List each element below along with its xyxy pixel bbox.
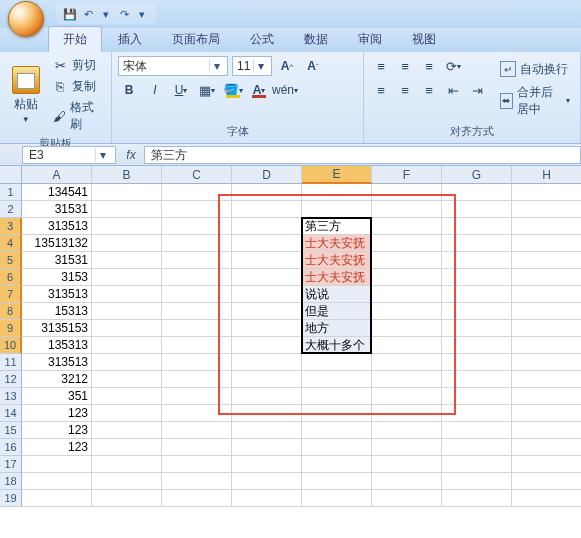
row-header-5[interactable]: 5 bbox=[0, 252, 22, 269]
cell-C16[interactable] bbox=[162, 439, 232, 456]
row-header-12[interactable]: 12 bbox=[0, 371, 22, 388]
cell-F13[interactable] bbox=[372, 388, 442, 405]
cell-C14[interactable] bbox=[162, 405, 232, 422]
cell-A19[interactable] bbox=[22, 490, 92, 507]
cell-B14[interactable] bbox=[92, 405, 162, 422]
wrap-text-button[interactable]: ↵自动换行 bbox=[496, 59, 574, 80]
cell-C15[interactable] bbox=[162, 422, 232, 439]
cell-F11[interactable] bbox=[372, 354, 442, 371]
row-header-17[interactable]: 17 bbox=[0, 456, 22, 473]
cell-F12[interactable] bbox=[372, 371, 442, 388]
cell-G8[interactable] bbox=[442, 303, 512, 320]
orientation-button[interactable]: ⟳▾ bbox=[442, 56, 464, 76]
cell-B8[interactable] bbox=[92, 303, 162, 320]
cell-G17[interactable] bbox=[442, 456, 512, 473]
cell-A14[interactable]: 123 bbox=[22, 405, 92, 422]
cell-E5[interactable]: 士大夫安抚 bbox=[302, 252, 372, 269]
cell-G6[interactable] bbox=[442, 269, 512, 286]
col-header-B[interactable]: B bbox=[92, 166, 162, 184]
cell-B11[interactable] bbox=[92, 354, 162, 371]
cell-B10[interactable] bbox=[92, 337, 162, 354]
cell-B19[interactable] bbox=[92, 490, 162, 507]
phonetic-button[interactable]: wén▾ bbox=[274, 80, 296, 100]
cell-F9[interactable] bbox=[372, 320, 442, 337]
row-header-18[interactable]: 18 bbox=[0, 473, 22, 490]
cell-A9[interactable]: 3135153 bbox=[22, 320, 92, 337]
cell-F1[interactable] bbox=[372, 184, 442, 201]
cell-D13[interactable] bbox=[232, 388, 302, 405]
merge-center-button[interactable]: ⬌合并后居中▾ bbox=[496, 82, 574, 120]
cell-H15[interactable] bbox=[512, 422, 581, 439]
cell-E15[interactable] bbox=[302, 422, 372, 439]
tab-data[interactable]: 数据 bbox=[290, 27, 342, 52]
cell-G3[interactable] bbox=[442, 218, 512, 235]
save-icon[interactable]: 💾 bbox=[62, 6, 78, 22]
cell-F3[interactable] bbox=[372, 218, 442, 235]
font-size-combo[interactable]: 11▾ bbox=[232, 56, 272, 76]
undo-more-icon[interactable]: ▾ bbox=[98, 6, 114, 22]
cell-C10[interactable] bbox=[162, 337, 232, 354]
cell-E13[interactable] bbox=[302, 388, 372, 405]
cell-F19[interactable] bbox=[372, 490, 442, 507]
shrink-font-button[interactable]: Aˇ bbox=[302, 56, 324, 76]
cell-D4[interactable] bbox=[232, 235, 302, 252]
cell-C8[interactable] bbox=[162, 303, 232, 320]
cell-H4[interactable] bbox=[512, 235, 581, 252]
row-header-4[interactable]: 4 bbox=[0, 235, 22, 252]
cell-A18[interactable] bbox=[22, 473, 92, 490]
cell-A11[interactable]: 313513 bbox=[22, 354, 92, 371]
col-header-H[interactable]: H bbox=[512, 166, 581, 184]
row-header-6[interactable]: 6 bbox=[0, 269, 22, 286]
formula-input[interactable]: 第三方 bbox=[144, 146, 581, 164]
cell-G7[interactable] bbox=[442, 286, 512, 303]
cell-D1[interactable] bbox=[232, 184, 302, 201]
cell-H19[interactable] bbox=[512, 490, 581, 507]
cell-B17[interactable] bbox=[92, 456, 162, 473]
font-name-combo[interactable]: 宋体▾ bbox=[118, 56, 228, 76]
col-header-E[interactable]: E bbox=[302, 166, 372, 184]
cell-D15[interactable] bbox=[232, 422, 302, 439]
col-header-G[interactable]: G bbox=[442, 166, 512, 184]
cell-A7[interactable]: 313513 bbox=[22, 286, 92, 303]
col-header-D[interactable]: D bbox=[232, 166, 302, 184]
cell-E2[interactable] bbox=[302, 201, 372, 218]
cell-G10[interactable] bbox=[442, 337, 512, 354]
cell-B16[interactable] bbox=[92, 439, 162, 456]
row-header-2[interactable]: 2 bbox=[0, 201, 22, 218]
cell-G5[interactable] bbox=[442, 252, 512, 269]
cell-D7[interactable] bbox=[232, 286, 302, 303]
cell-G19[interactable] bbox=[442, 490, 512, 507]
cell-C11[interactable] bbox=[162, 354, 232, 371]
cell-E8[interactable]: 但是 bbox=[302, 303, 372, 320]
select-all-corner[interactable] bbox=[0, 166, 22, 184]
cell-D3[interactable] bbox=[232, 218, 302, 235]
row-header-14[interactable]: 14 bbox=[0, 405, 22, 422]
cell-A6[interactable]: 3153 bbox=[22, 269, 92, 286]
cell-H6[interactable] bbox=[512, 269, 581, 286]
cell-G15[interactable] bbox=[442, 422, 512, 439]
cell-D10[interactable] bbox=[232, 337, 302, 354]
cell-D18[interactable] bbox=[232, 473, 302, 490]
cell-H1[interactable] bbox=[512, 184, 581, 201]
cell-E12[interactable] bbox=[302, 371, 372, 388]
cell-grid[interactable]: 13454131531313513第三方13513132士大夫安抚31531士大… bbox=[22, 184, 581, 507]
cell-F4[interactable] bbox=[372, 235, 442, 252]
font-color-button[interactable]: A▾ bbox=[248, 80, 270, 100]
paste-button[interactable]: 粘贴 ▼ bbox=[6, 56, 45, 134]
cell-A5[interactable]: 31531 bbox=[22, 252, 92, 269]
cell-B18[interactable] bbox=[92, 473, 162, 490]
cell-A8[interactable]: 15313 bbox=[22, 303, 92, 320]
cell-H9[interactable] bbox=[512, 320, 581, 337]
cell-C13[interactable] bbox=[162, 388, 232, 405]
cell-E4[interactable]: 士大夫安抚 bbox=[302, 235, 372, 252]
italic-button[interactable]: I bbox=[144, 80, 166, 100]
cell-H17[interactable] bbox=[512, 456, 581, 473]
cell-D5[interactable] bbox=[232, 252, 302, 269]
indent-dec-button[interactable]: ⇤ bbox=[442, 80, 464, 100]
cell-D17[interactable] bbox=[232, 456, 302, 473]
cell-H13[interactable] bbox=[512, 388, 581, 405]
undo-icon[interactable]: ↶ bbox=[80, 6, 96, 22]
cell-G13[interactable] bbox=[442, 388, 512, 405]
align-middle-button[interactable]: ≡ bbox=[394, 56, 416, 76]
cell-C3[interactable] bbox=[162, 218, 232, 235]
